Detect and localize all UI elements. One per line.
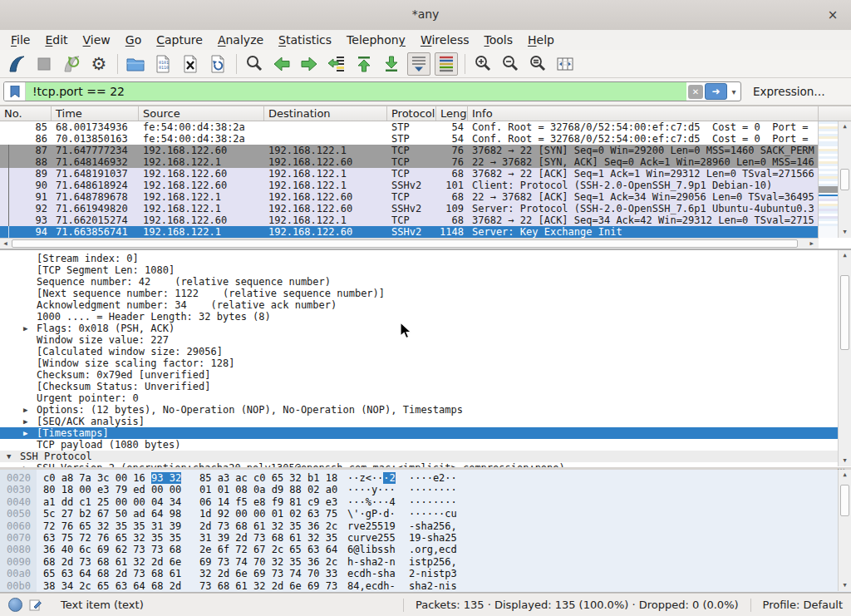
menu-statistics[interactable]: Statistics: [271, 32, 339, 48]
close-file-button[interactable]: [179, 52, 202, 76]
filter-history-dropdown[interactable]: ▾: [727, 87, 740, 96]
display-filter-box[interactable]: !tcp.port == 22 ✕ ➜ ▾: [3, 81, 741, 101]
packet-row-94[interactable]: 9471.663856741192.168.122.1192.168.122.6…: [0, 226, 851, 238]
menu-wireless[interactable]: Wireless: [413, 32, 477, 48]
menu-capture[interactable]: Capture: [149, 32, 210, 48]
hex-scrollbar[interactable]: ▲ ▼: [838, 470, 851, 591]
restart-capture-button[interactable]: [60, 52, 83, 76]
tree-item[interactable]: ▶Options: (12 bytes), No-Operation (NOP)…: [0, 404, 851, 416]
capture-options-button[interactable]: ⚙: [87, 52, 111, 76]
auto-scroll-button[interactable]: [407, 52, 430, 76]
packet-row-86[interactable]: 8670.013850163fe:54:00:d4:38:2aSTP54Conf…: [0, 133, 851, 145]
start-capture-button[interactable]: [5, 52, 28, 76]
scrollbar-thumb[interactable]: [840, 485, 849, 516]
filter-clear-button[interactable]: ✕: [688, 85, 703, 99]
tree-item[interactable]: Acknowledgment number: 34 (relative ack …: [0, 299, 851, 311]
menu-edit[interactable]: Edit: [37, 32, 75, 48]
resize-columns-button[interactable]: [553, 52, 577, 76]
filter-bookmark-button[interactable]: [4, 82, 26, 101]
go-first-packet-button[interactable]: [352, 52, 376, 76]
column-header-info[interactable]: Info: [468, 106, 819, 121]
go-forward-button[interactable]: [298, 52, 321, 76]
hex-row-0050[interactable]: 00505c 27 b2 67 50 ad 64 981d 92 00 00 0…: [0, 508, 851, 520]
details-scrollbar[interactable]: ▲ ▼: [838, 250, 851, 466]
packet-row-87[interactable]: 8771.647777234192.168.122.60192.168.122.…: [0, 145, 851, 156]
packet-row-92[interactable]: 9271.661949820192.168.122.1192.168.122.6…: [0, 203, 851, 214]
scroll-up-icon[interactable]: ▲: [839, 250, 851, 261]
scroll-right-icon[interactable]: ▶: [806, 239, 817, 249]
display-filter-input[interactable]: !tcp.port == 22: [26, 82, 686, 101]
go-to-packet-button[interactable]: [325, 52, 348, 76]
add-filter-button[interactable]: +: [847, 84, 851, 100]
packet-list-scrollbar[interactable]: ▲ ▼: [838, 121, 851, 238]
menu-help[interactable]: Help: [520, 32, 562, 48]
tree-item[interactable]: 1000 .... = Header Length: 32 bytes (8): [0, 311, 851, 323]
packet-row-93[interactable]: 9371.662015274192.168.122.60192.168.122.…: [0, 214, 851, 226]
reload-file-button[interactable]: [206, 52, 229, 76]
tree-item[interactable]: Window size value: 227: [0, 334, 851, 346]
scrollbar-thumb[interactable]: [840, 169, 849, 190]
expand-icon[interactable]: ▶: [23, 427, 27, 439]
scroll-up-icon[interactable]: ▲: [839, 470, 851, 480]
hscrollbar-thumb[interactable]: [12, 239, 798, 248]
expert-info-icon[interactable]: [8, 598, 22, 612]
zoom-original-button[interactable]: [526, 52, 549, 76]
menu-telephony[interactable]: Telephony: [339, 32, 413, 48]
packet-list-hscrollbar[interactable]: ◀ ▶: [0, 238, 819, 249]
tree-item[interactable]: Sequence number: 42 (relative sequence n…: [0, 276, 851, 288]
hex-row-0070[interactable]: 007063 75 72 76 65 32 35 3531 39 2d 73 6…: [0, 532, 851, 544]
tree-item[interactable]: ▶[Timestamps]: [0, 427, 851, 439]
tree-item[interactable]: [Window size scaling factor: 128]: [0, 357, 851, 369]
packet-row-89[interactable]: 8971.648191037192.168.122.60192.168.122.…: [0, 168, 851, 180]
stop-capture-button[interactable]: [32, 52, 56, 76]
scroll-down-icon[interactable]: ▼: [839, 580, 851, 591]
scrollbar-thumb[interactable]: [840, 275, 849, 350]
scroll-left-icon[interactable]: ◀: [0, 239, 11, 249]
collapse-icon[interactable]: ▼: [7, 451, 11, 462]
save-file-button[interactable]: 01010110: [151, 52, 175, 76]
expression-button[interactable]: Expression…: [753, 85, 825, 98]
expand-icon[interactable]: ▶: [23, 323, 27, 334]
zoom-out-button[interactable]: [499, 52, 522, 76]
column-header-protocol[interactable]: Protocol: [387, 106, 436, 121]
hex-row-0060[interactable]: 006072 76 65 32 35 35 31 392d 73 68 61 3…: [0, 520, 851, 532]
tree-item[interactable]: ▼SSH Protocol: [0, 451, 851, 462]
tree-item[interactable]: [Stream index: 0]: [0, 253, 851, 264]
tree-item[interactable]: ▶Flags: 0x018 (PSH, ACK): [0, 323, 851, 334]
intelligent-scrollbar[interactable]: [818, 121, 838, 238]
tree-item[interactable]: Urgent pointer: 0: [0, 392, 851, 404]
tree-item[interactable]: [Checksum Status: Unverified]: [0, 381, 851, 392]
tree-item[interactable]: [Calculated window size: 29056]: [0, 346, 851, 357]
colorize-button[interactable]: [435, 52, 458, 76]
hex-row-00b0[interactable]: 00b038 34 2c 65 63 64 68 2d73 68 61 32 2…: [0, 580, 851, 592]
column-header-source[interactable]: Source: [139, 106, 264, 121]
menu-analyze[interactable]: Analyze: [210, 32, 271, 48]
column-header-destination[interactable]: Destination: [264, 106, 387, 121]
packet-row-90[interactable]: 9071.648618924192.168.122.60192.168.122.…: [0, 180, 851, 191]
menu-file[interactable]: File: [3, 32, 37, 48]
tree-item[interactable]: Checksum: 0x79ed [unverified]: [0, 369, 851, 381]
scroll-up-icon[interactable]: ▲: [839, 121, 851, 132]
packet-row-85[interactable]: 8568.001734936fe:54:00:d4:38:2aSTP54Conf…: [0, 121, 851, 133]
titlebar[interactable]: *any ×: [0, 0, 851, 31]
column-header-time[interactable]: Time: [52, 106, 139, 121]
hex-row-0090[interactable]: 009068 2d 73 68 61 32 2d 6e69 73 74 70 3…: [0, 556, 851, 568]
packet-row-88[interactable]: 8871.648146932192.168.122.1192.168.122.6…: [0, 156, 851, 168]
packet-row-91[interactable]: 9171.648789678192.168.122.1192.168.122.6…: [0, 191, 851, 203]
hex-row-0040[interactable]: 0040a1 dd c1 25 00 00 04 3406 14 f5 e8 f…: [0, 496, 851, 508]
scroll-down-icon[interactable]: ▼: [839, 227, 851, 238]
go-back-button[interactable]: [270, 52, 293, 76]
profile-label[interactable]: Profile: Default: [763, 599, 843, 611]
column-header-length[interactable]: Length: [436, 106, 468, 121]
expand-icon[interactable]: ▶: [23, 404, 27, 416]
close-button[interactable]: ×: [824, 7, 841, 23]
filter-apply-button[interactable]: ➜: [705, 83, 727, 100]
tree-item[interactable]: [Next sequence number: 1122 (relative se…: [0, 288, 851, 299]
menu-view[interactable]: View: [76, 32, 118, 48]
tree-item[interactable]: ▶[SEQ/ACK analysis]: [0, 416, 851, 427]
tree-item[interactable]: TCP payload (1080 bytes): [0, 439, 851, 451]
go-last-packet-button[interactable]: [380, 52, 403, 76]
hex-row-0030[interactable]: 003080 18 00 e3 79 ed 00 0001 01 08 0a d…: [0, 484, 851, 495]
hex-row-00a0[interactable]: 00a065 63 64 68 2d 73 68 6132 2d 6e 69 7…: [0, 568, 851, 579]
hex-row-0020[interactable]: 0020c0 a8 7a 3c 00 16 93 3285 a3 ac c0 6…: [0, 472, 851, 484]
